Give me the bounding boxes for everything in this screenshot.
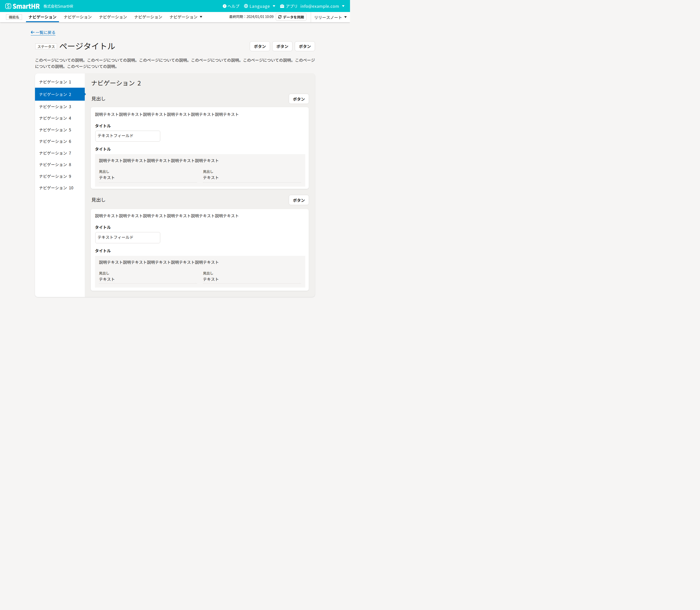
svg-text:?: ?: [224, 4, 225, 8]
